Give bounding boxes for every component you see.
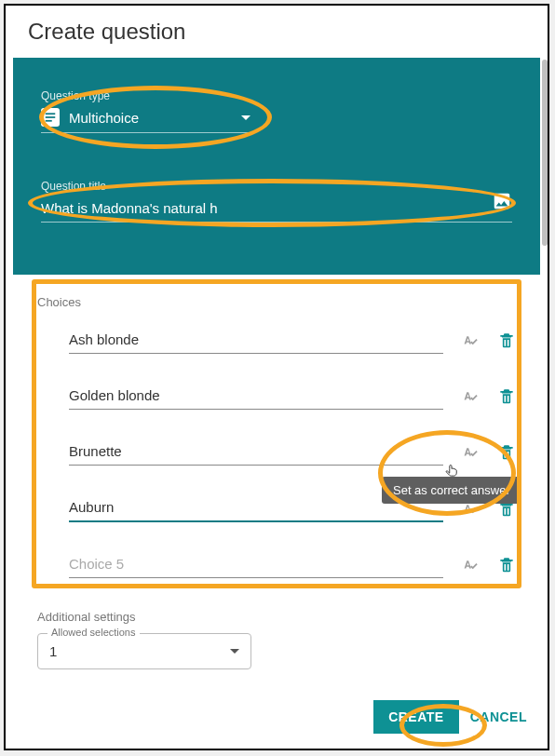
svg-rect-0 (46, 113, 56, 115)
delete-icon[interactable] (497, 555, 516, 574)
choice-input[interactable] (69, 550, 443, 578)
choice-row (37, 326, 516, 354)
choice-input[interactable] (69, 438, 443, 466)
choice-row (37, 550, 516, 578)
question-type-value: Multichoice (69, 110, 232, 126)
delete-icon[interactable] (497, 331, 516, 349)
delete-icon[interactable] (497, 442, 516, 461)
question-title-label: Question title (41, 180, 492, 193)
chevron-down-icon (230, 649, 239, 654)
image-icon[interactable] (492, 191, 512, 211)
create-question-dialog: Create question Question type Multichoic… (4, 4, 549, 750)
question-type-select[interactable]: Multichoice (41, 104, 250, 133)
question-type-label: Question type (41, 89, 512, 102)
choices-label: Choices (37, 295, 516, 309)
set-correct-icon[interactable] (460, 330, 481, 350)
question-type-field: Question type Multichoice (41, 89, 512, 133)
choices-section: Choices (6, 275, 548, 578)
additional-settings-section: Additional settings Allowed selections 1 (6, 606, 548, 669)
create-button[interactable]: CREATE (373, 700, 459, 734)
scrollbar[interactable] (542, 60, 548, 246)
question-config-section: Question type Multichoice Question title (13, 58, 540, 275)
question-title-field: Question title (41, 180, 512, 223)
additional-settings-label: Additional settings (37, 610, 516, 624)
set-correct-icon[interactable] (460, 385, 481, 406)
question-title-input[interactable] (41, 195, 218, 222)
delete-icon[interactable] (497, 386, 516, 405)
dialog-title: Create question (6, 6, 548, 54)
svg-rect-1 (46, 116, 56, 118)
set-correct-icon[interactable] (460, 441, 481, 462)
choice-input[interactable] (69, 382, 443, 410)
allowed-selections-value: 1 (49, 643, 57, 659)
set-correct-icon[interactable] (460, 554, 481, 574)
cursor-icon (443, 460, 460, 482)
svg-rect-2 (46, 120, 52, 122)
multichoice-icon (41, 108, 60, 127)
dialog-footer: CREATE CANCEL (373, 700, 527, 734)
chevron-down-icon (241, 115, 250, 120)
allowed-selections-label: Allowed selections (47, 627, 140, 638)
cancel-button[interactable]: CANCEL (470, 709, 527, 724)
allowed-selections-select[interactable]: Allowed selections 1 (37, 633, 251, 669)
choice-input[interactable] (69, 326, 443, 354)
choice-row (37, 382, 516, 410)
